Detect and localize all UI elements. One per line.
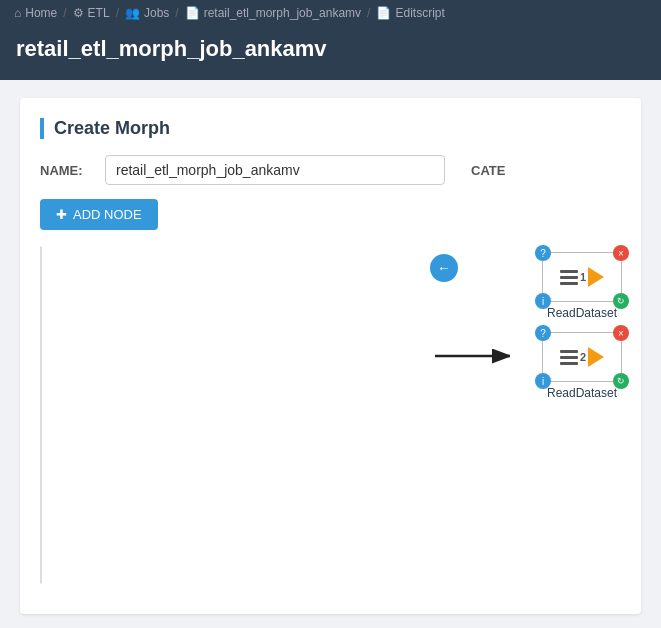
- node-box-1: ? × i ↻ 1: [542, 252, 622, 302]
- sep2: /: [116, 6, 119, 20]
- sep4: /: [367, 6, 370, 20]
- name-input[interactable]: [105, 155, 445, 185]
- tab-all-nodes[interactable]: All Nodes: [41, 247, 42, 297]
- sep3: /: [175, 6, 178, 20]
- node-label-2: ReadDataset: [547, 386, 617, 400]
- group-16-utilities[interactable]: 👥 16-Utilities ∨: [41, 438, 42, 502]
- list-item-readdataset[interactable]: 👥 ReadDataset: [41, 406, 42, 438]
- file2-icon: 📄: [376, 6, 391, 20]
- line2-2: [560, 356, 578, 359]
- badge-i-2: i: [535, 373, 551, 389]
- add-node-button[interactable]: ✚ ADD NODE: [40, 199, 158, 230]
- node-num-1: 1: [580, 271, 586, 283]
- group-01-read[interactable]: 👥 01-Read ∨: [41, 342, 42, 406]
- home-icon: ⌂: [14, 6, 21, 20]
- badge-q-1: ?: [535, 245, 551, 261]
- top-nav: ⌂ Home / ⚙ ETL / 👥 Jobs / 📄 retail_etl_m…: [0, 0, 661, 26]
- node-card-1[interactable]: ? × i ↻ 1: [532, 252, 632, 320]
- line3-1: [560, 282, 578, 285]
- badge-g-2: ↻: [613, 373, 629, 389]
- breadcrumb-jobs[interactable]: Jobs: [144, 6, 169, 20]
- badge-q-2: ?: [535, 325, 551, 341]
- node-play-1: [588, 267, 604, 287]
- badge-g-1: ↻: [613, 293, 629, 309]
- badge-x-2: ×: [613, 325, 629, 341]
- node-area: All Nodes Datasets 🔍 👥 01-Read ∨: [40, 246, 621, 584]
- node-box-2: ? × i ↻ 2: [542, 332, 622, 382]
- create-morph-card: Create Morph NAME: CATE ✚ ADD NODE All N…: [20, 98, 641, 614]
- page-title-bar: retail_etl_morph_job_ankamv: [0, 26, 661, 80]
- plus-icon: ✚: [56, 207, 67, 222]
- back-button[interactable]: ←: [430, 254, 458, 282]
- node-lines-1: [560, 270, 578, 285]
- line1-1: [560, 270, 578, 273]
- group-03-execution[interactable]: 👥 03-Execution ∨: [41, 502, 42, 551]
- line2-1: [560, 276, 578, 279]
- node-play-2: [588, 347, 604, 367]
- breadcrumb-script: Editscript: [395, 6, 444, 20]
- node-lines-2: [560, 350, 578, 365]
- right-panel: ? × i ↻ 1: [532, 246, 632, 584]
- drag-arrow: [430, 336, 510, 376]
- node-card-2[interactable]: ? × i ↻ 2: [532, 332, 632, 400]
- node-inner-1: 1: [560, 267, 604, 287]
- name-label: NAME:: [40, 163, 95, 178]
- add-node-label: ADD NODE: [73, 207, 142, 222]
- node-inner-2: 2: [560, 347, 604, 367]
- list-item-readparameters[interactable]: 👥 ReadParameters: [41, 551, 42, 583]
- line3-2: [560, 362, 578, 365]
- file-icon: 📄: [185, 6, 200, 20]
- line1-2: [560, 350, 578, 353]
- badge-i-1: i: [535, 293, 551, 309]
- breadcrumb-home[interactable]: Home: [25, 6, 57, 20]
- back-icon: ←: [437, 260, 451, 276]
- cate-label: CATE: [471, 163, 505, 178]
- main-content: Create Morph NAME: CATE ✚ ADD NODE All N…: [0, 80, 661, 628]
- sep1: /: [63, 6, 66, 20]
- jobs-icon: 👥: [125, 6, 140, 20]
- breadcrumb-job-name[interactable]: retail_etl_morph_job_ankamv: [204, 6, 361, 20]
- arrow-area: [430, 336, 510, 376]
- search-row: 🔍: [41, 298, 42, 342]
- breadcrumb-etl[interactable]: ETL: [88, 6, 110, 20]
- node-label-1: ReadDataset: [547, 306, 617, 320]
- nodes-left-panel: All Nodes Datasets 🔍 👥 01-Read ∨: [40, 246, 42, 584]
- node-num-2: 2: [580, 351, 586, 363]
- name-row: NAME: CATE: [40, 155, 621, 185]
- etl-icon: ⚙: [73, 6, 84, 20]
- card-title: Create Morph: [40, 118, 621, 139]
- badge-x-1: ×: [613, 245, 629, 261]
- page-title: retail_etl_morph_job_ankamv: [16, 36, 645, 62]
